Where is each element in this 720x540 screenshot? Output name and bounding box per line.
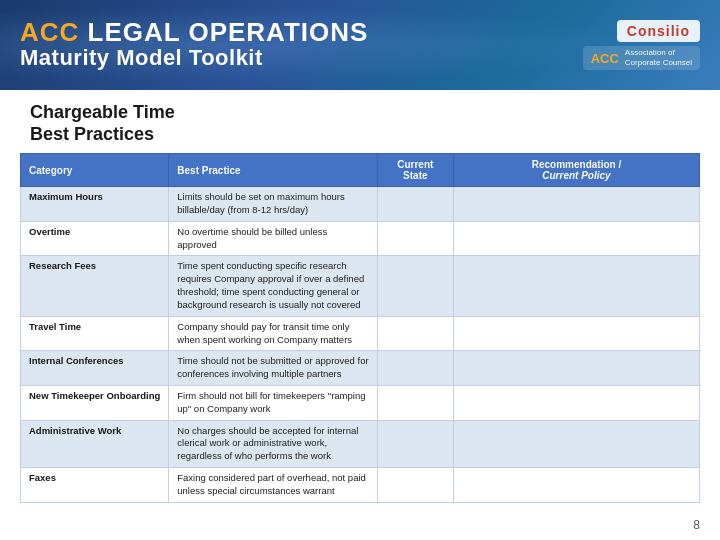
cell-best-practice: No overtime should be billed unless appr…: [169, 221, 377, 256]
col-header-recommendation: Recommendation /Current Policy: [453, 154, 699, 187]
cell-current-state: [377, 351, 453, 386]
cell-recommendation: [453, 420, 699, 467]
header-logo-right: Consilio ACC Association ofCorporate Cou…: [583, 20, 700, 69]
cell-best-practice: Time should not be submitted or approved…: [169, 351, 377, 386]
acc-logo-box: ACC Association ofCorporate Counsel: [583, 46, 700, 69]
table-row: OvertimeNo overtime should be billed unl…: [21, 221, 700, 256]
toolkit-title: Maturity Model Toolkit: [20, 45, 368, 71]
cell-current-state: [377, 256, 453, 316]
page-title-line1: Chargeable Time: [30, 102, 175, 122]
cell-recommendation: [453, 256, 699, 316]
cell-best-practice: Time spent conducting specific research …: [169, 256, 377, 316]
cell-best-practice: Faxing considered part of overhead, not …: [169, 468, 377, 503]
cell-current-state: [377, 468, 453, 503]
cell-best-practice: Company should pay for transit time only…: [169, 316, 377, 351]
table-row: FaxesFaxing considered part of overhead,…: [21, 468, 700, 503]
cell-category: Research Fees: [21, 256, 169, 316]
cell-current-state: [377, 187, 453, 222]
cell-category: New Timekeeper Onboarding: [21, 385, 169, 420]
page-number: 8: [693, 518, 700, 532]
acc-title: ACC LEGAL OPERATIONS: [20, 19, 368, 45]
cell-category: Internal Conferences: [21, 351, 169, 386]
cell-recommendation: [453, 187, 699, 222]
cell-current-state: [377, 316, 453, 351]
cell-best-practice: Limits should be set on maximum hours bi…: [169, 187, 377, 222]
cell-category: Administrative Work: [21, 420, 169, 467]
title-part1: LEGAL OPERATIONS: [79, 17, 368, 47]
cell-category: Travel Time: [21, 316, 169, 351]
acc-logo-text: Association ofCorporate Counsel: [625, 48, 692, 67]
header: ACC LEGAL OPERATIONS Maturity Model Tool…: [0, 0, 720, 90]
page-title-line2: Best Practices: [30, 124, 154, 144]
acc-prefix: ACC: [20, 17, 79, 47]
table-header-row: Category Best Practice CurrentState Reco…: [21, 154, 700, 187]
cell-recommendation: [453, 316, 699, 351]
col-header-category: Category: [21, 154, 169, 187]
table-row: Maximum HoursLimits should be set on max…: [21, 187, 700, 222]
table-row: New Timekeeper OnboardingFirm should not…: [21, 385, 700, 420]
page-title-area: Chargeable Time Best Practices: [0, 90, 720, 153]
table-row: Administrative WorkNo charges should be …: [21, 420, 700, 467]
table-row: Travel TimeCompany should pay for transi…: [21, 316, 700, 351]
consilio-logo: Consilio: [617, 20, 700, 42]
cell-recommendation: [453, 351, 699, 386]
cell-best-practice: No charges should be accepted for intern…: [169, 420, 377, 467]
table-body: Maximum HoursLimits should be set on max…: [21, 187, 700, 502]
col-header-current-state: CurrentState: [377, 154, 453, 187]
cell-best-practice: Firm should not bill for timekeepers "ra…: [169, 385, 377, 420]
cell-recommendation: [453, 221, 699, 256]
table-row: Research FeesTime spent conducting speci…: [21, 256, 700, 316]
cell-category: Faxes: [21, 468, 169, 503]
cell-current-state: [377, 420, 453, 467]
page-title: Chargeable Time Best Practices: [30, 102, 690, 145]
cell-current-state: [377, 221, 453, 256]
cell-category: Overtime: [21, 221, 169, 256]
cell-recommendation: [453, 468, 699, 503]
acc-logo-small: ACC: [591, 51, 619, 66]
table-wrapper: Category Best Practice CurrentState Reco…: [0, 153, 720, 502]
col-header-best-practice: Best Practice: [169, 154, 377, 187]
cell-current-state: [377, 385, 453, 420]
header-logo-left: ACC LEGAL OPERATIONS Maturity Model Tool…: [20, 19, 368, 71]
cell-recommendation: [453, 385, 699, 420]
best-practices-table: Category Best Practice CurrentState Reco…: [20, 153, 700, 502]
table-row: Internal ConferencesTime should not be s…: [21, 351, 700, 386]
cell-category: Maximum Hours: [21, 187, 169, 222]
